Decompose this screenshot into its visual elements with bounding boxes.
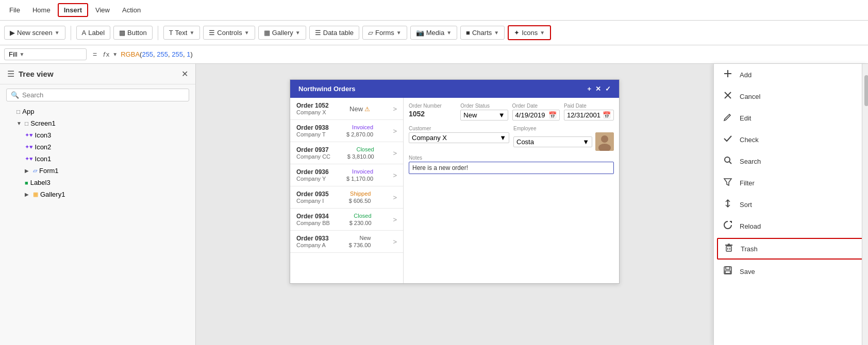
detail-row2: Customer Company X ▼ Employee Costa: [409, 126, 614, 151]
fill-dropdown[interactable]: Fill ▼: [4, 48, 87, 60]
dropdown-scrollbar[interactable]: [862, 64, 868, 345]
tree-search-input[interactable]: [22, 91, 185, 99]
dropdown-arrow-icon: ▼: [498, 111, 505, 119]
customer-select[interactable]: Company X ▼: [409, 132, 509, 143]
button-icon: ▩: [119, 29, 125, 37]
menu-file[interactable]: File: [4, 4, 25, 16]
dropdown-item-save[interactable]: Save: [714, 261, 868, 282]
text-icon: T: [169, 29, 173, 37]
form-arrow-icon: ▶: [25, 168, 31, 174]
button-button[interactable]: ▩ Button: [113, 26, 153, 40]
app-header-icons: + ✕ ✓: [587, 85, 611, 93]
label-icon: A: [82, 29, 87, 37]
order-row[interactable]: Order 0933 Company A New $ 736.00 >: [290, 231, 403, 253]
icons-button[interactable]: ✦ Icons ▼: [508, 25, 551, 40]
new-screen-button[interactable]: ▶ New screen ▼: [4, 26, 65, 40]
employee-select[interactable]: Costa ▼: [513, 136, 592, 147]
dropdown-item-trash[interactable]: Trash: [717, 238, 865, 260]
chevron-charts-icon: ▼: [494, 30, 499, 36]
order-row[interactable]: Order 0936 Company Y Invoiced $ 1,170.00…: [290, 164, 403, 186]
order-row[interactable]: Order 0934 Company BB Closed $ 230.00 >: [290, 209, 403, 231]
fill-chevron-icon: ▼: [20, 51, 25, 57]
dropdown-item-cancel[interactable]: Cancel: [714, 85, 868, 107]
label-button[interactable]: A Label: [76, 26, 110, 40]
close-tree-button[interactable]: ✕: [181, 69, 188, 79]
order-row[interactable]: Order 0937 Company CC Closed $ 3,810.00 …: [290, 142, 403, 164]
tree-item-gallery1[interactable]: ▶ ▦ Gallery1: [0, 188, 195, 200]
dropdown-item-search[interactable]: Search: [714, 150, 868, 172]
menu-action[interactable]: Action: [117, 4, 146, 16]
svg-line-7: [729, 114, 730, 115]
tree-item-icon2[interactable]: ✦♥ Icon2: [0, 141, 195, 153]
order-status-input[interactable]: New ▼: [460, 110, 508, 120]
label3-icon: ■: [25, 180, 28, 186]
order-row[interactable]: Order 0938 Company T Invoiced $ 2,870.00…: [290, 120, 403, 142]
order-row[interactable]: Order 1052 Company X New ⚠ >: [290, 98, 403, 120]
dropdown-item-reload[interactable]: Reload: [714, 215, 868, 237]
tree-item-label: Gallery1: [40, 191, 65, 198]
order-date-input[interactable]: 4/19/2019 📅: [512, 110, 560, 120]
gallery-icon: ▦: [264, 29, 270, 37]
dropdown-item-filter[interactable]: Filter: [714, 172, 868, 194]
filter-dropdown-icon: [722, 177, 733, 188]
order-status-field: Order Status New ▼: [460, 103, 508, 120]
notes-input[interactable]: [409, 162, 614, 174]
paid-date-field: Paid Date 12/31/2001 📅: [564, 103, 614, 120]
media-button[interactable]: 📷 Media ▼: [410, 26, 457, 40]
tree-item-screen1[interactable]: ▼ □ Screen1: [0, 117, 195, 129]
icon2-icon: ✦♥: [25, 144, 33, 150]
tree-item-app[interactable]: □ App: [0, 106, 195, 117]
right-panel: SCRE... Scre... Prop... Fill Backg... Im…: [713, 64, 868, 345]
gallery-button[interactable]: ▦ Gallery ▼: [258, 26, 306, 40]
chevron-gallery-icon: ▼: [295, 30, 301, 36]
employee-chevron-icon: ▼: [582, 138, 589, 146]
tree-view-title: Tree view: [19, 70, 54, 78]
formula-bar: Fill ▼ = fx ▼ RGBA(255, 255, 255, 1): [0, 45, 868, 64]
menu-view[interactable]: View: [90, 4, 115, 16]
charts-button[interactable]: ■ Charts ▼: [460, 26, 505, 40]
svg-point-8: [725, 157, 730, 162]
datatable-button[interactable]: ☰ Data table: [309, 26, 359, 40]
separator2: [158, 26, 158, 40]
scroll-thumb: [864, 75, 868, 106]
canvas-area: Northwind Orders + ✕ ✓ Order 1052 Compan…: [196, 64, 713, 345]
menu-home[interactable]: Home: [27, 4, 56, 16]
svg-marker-10: [724, 179, 731, 185]
add-icon[interactable]: +: [587, 85, 591, 93]
app-preview: Northwind Orders + ✕ ✓ Order 1052 Compan…: [290, 79, 620, 284]
check-icon[interactable]: ✓: [605, 85, 611, 93]
dropdown-item-edit[interactable]: Edit: [714, 107, 868, 129]
dropdown-item-check[interactable]: Check: [714, 129, 868, 150]
screen-icon: ▶: [10, 29, 15, 37]
row-chevron-icon: >: [393, 105, 397, 113]
tree-item-icon3[interactable]: ✦♥ Icon3: [0, 129, 195, 141]
cancel-icon[interactable]: ✕: [595, 85, 601, 93]
icon3-icon: ✦♥: [25, 132, 33, 139]
paid-date-input[interactable]: 12/31/2001 📅: [564, 110, 614, 120]
customer-chevron-icon: ▼: [499, 134, 506, 142]
save-dropdown-icon: [722, 266, 733, 277]
dropdown-item-add[interactable]: Add: [714, 64, 868, 85]
tree-item-label3[interactable]: ■ Label3: [0, 177, 195, 188]
calendar-icon2: 📅: [603, 111, 611, 119]
controls-button[interactable]: ☰ Controls ▼: [203, 26, 255, 40]
media-icon: 📷: [416, 29, 424, 37]
forms-icon: ▱: [368, 29, 373, 37]
expand-arrow-icon: ▼: [16, 120, 23, 126]
order-row[interactable]: Order 0935 Company I Shipped $ 606.50 >: [290, 186, 403, 209]
icons-dropdown-menu: Add Cancel Edit Check: [713, 64, 868, 345]
row-chevron-icon: >: [393, 216, 397, 223]
svg-rect-12: [726, 246, 731, 251]
forms-button[interactable]: ▱ Forms ▼: [362, 26, 407, 40]
app-title: Northwind Orders: [298, 85, 356, 93]
reload-dropdown-icon: [722, 220, 733, 232]
dropdown-item-sort[interactable]: Sort: [714, 194, 868, 215]
separator: [71, 26, 71, 40]
tree-item-form1[interactable]: ▶ ▱ Form1: [0, 165, 195, 177]
tree-item-icon1[interactable]: ✦♥ Icon1: [0, 153, 195, 165]
left-panel: ☰ Tree view ✕ 🔍 □ App ▼ □ Screen1 ✦♥ Ico…: [0, 64, 196, 345]
text-button[interactable]: T Text ▼: [163, 26, 201, 40]
menu-insert[interactable]: Insert: [58, 3, 88, 17]
fx-label: fx: [103, 50, 109, 58]
hamburger-icon[interactable]: ☰: [7, 69, 14, 79]
